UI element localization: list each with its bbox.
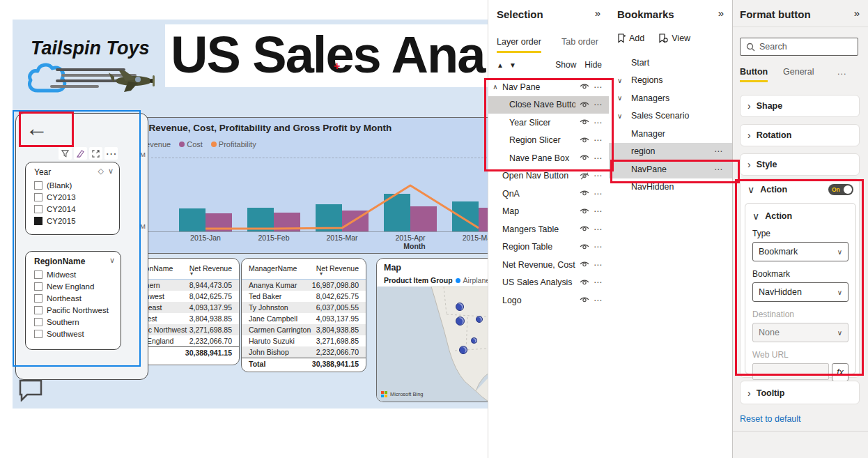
bar-net-revenue[interactable] [452,201,479,231]
selection-layer-item[interactable]: Region Slicer ⋯ [488,132,609,150]
bookmark-item[interactable]: NavHidden ⋯ [609,178,732,197]
more-options-icon[interactable]: ⋯ [594,171,609,181]
map-bubble-marker[interactable] [459,346,467,354]
chevron-expand-icon[interactable]: ∧ [488,83,502,91]
collapse-pane-icon[interactable]: » [854,7,860,19]
chevron-down-icon[interactable]: ∨ [752,211,759,222]
selection-layer-item[interactable]: Open Nav Button ⋯ [488,167,609,185]
table-row[interactable]: Jane Campbell4,093,137.95 [242,313,366,324]
slicer-option[interactable]: New England [26,280,121,292]
checkbox[interactable] [34,270,42,279]
checkbox[interactable] [34,205,42,213]
map-canvas[interactable]: Microsoft Bing [377,287,497,402]
bar-cost[interactable] [274,213,300,231]
move-layer-up-icon[interactable]: ▲ [497,61,504,69]
tabs-more-icon[interactable]: ... [837,67,846,77]
selection-layer-item[interactable]: Mangers Table ⋯ [488,220,609,238]
bookmark-item[interactable]: Manager ⋯ [609,125,732,143]
more-options-icon[interactable]: ⋯ [594,153,609,163]
chevron-down-icon[interactable]: ∨ [109,256,115,265]
slicer-option[interactable]: CY2014 [26,203,119,215]
dropdown-select[interactable]: Bookmark ∨ [752,242,848,261]
more-options-icon[interactable]: ⋯ [594,224,609,234]
slicer-option[interactable]: (Blank) [26,179,119,191]
visibility-eye-icon[interactable] [575,296,594,304]
table-row[interactable]: John Bishop2,232,066.70 [242,346,366,358]
close-nav-button[interactable]: ← [25,114,48,142]
checkbox[interactable] [34,217,42,225]
map-bubble-marker[interactable] [471,337,477,344]
managers-table[interactable]: ManagerName Net Revenue ▾ Ananya Kumar16… [241,258,366,372]
comment-bubble-icon[interactable] [19,379,44,402]
hide-all-button[interactable]: Hide [584,60,602,70]
table-row[interactable]: Ananya Kumar16,987,098.80 [242,280,366,291]
table-row[interactable]: Haruto Suzuki3,271,698.85 [242,335,366,346]
visibility-eye-icon[interactable] [575,154,594,162]
slicer-option[interactable]: Northeast [26,292,121,304]
checkbox[interactable] [34,282,42,291]
more-options-icon[interactable]: ⋯ [594,277,609,287]
more-options-icon[interactable]: ⋯ [594,206,609,216]
table-row[interactable]: Ted Baker8,042,625.75 [242,291,366,302]
managers-table-header[interactable]: ManagerName Net Revenue ▾ [242,259,366,280]
bar-net-revenue[interactable] [384,194,410,231]
visibility-eye-icon[interactable] [575,261,594,268]
map-bubble-marker[interactable] [476,316,483,323]
bar-net-revenue[interactable] [247,208,274,231]
tooltip-section-card[interactable]: › Tooltip [740,381,860,404]
bookmark-item[interactable]: NavPane ⋯ [609,160,732,178]
selection-layer-item[interactable]: Logo ⋯ [488,291,609,310]
more-options-icon[interactable]: ⋯ [594,260,609,270]
tab-button[interactable]: Button [740,67,768,82]
checkbox[interactable] [34,181,42,190]
bookmark-item[interactable]: Start ⋯ [609,54,732,72]
format-section-card[interactable]: › Shape [740,95,860,117]
slicer-option[interactable]: Pacific Northwest [26,304,121,316]
format-search-input[interactable]: Search [740,38,858,56]
format-section-card[interactable]: › Style [740,153,860,176]
year-slicer[interactable]: Year ◇ ∨ (Blank) CY2013 CY2014 C [25,162,120,235]
table-row[interactable]: Carmen Carrington3,804,938.85 [242,324,366,335]
chevron-down-icon[interactable]: ∨ [609,112,631,120]
chevron-down-icon[interactable]: ∨ [108,167,114,176]
visibility-eye-icon[interactable] [575,137,594,144]
bookmark-item[interactable]: ∨ Regions ⋯ [609,72,732,90]
region-slicer[interactable]: RegionName ∨ Midwest New England Northea… [25,251,121,350]
checkbox[interactable] [34,193,42,201]
visibility-eye-icon[interactable] [575,279,594,287]
slicer-option[interactable]: Midwest [26,268,121,280]
sort-descending-icon[interactable]: ▾ [190,270,193,277]
chevron-down-icon[interactable]: ∨ [609,77,631,84]
map-bubble-marker[interactable] [456,316,465,326]
more-options-icon[interactable]: ⋯ [594,82,609,92]
collapse-pane-icon[interactable]: » [718,7,724,19]
map-visual[interactable]: Map Product Item Group Airplane Microsof… [376,258,497,402]
bar-cost[interactable] [342,211,369,231]
revenue-cost-chart[interactable]: Net Revenue, Cost, Profitability and Gro… [147,117,497,254]
more-options-icon[interactable]: ⋯ [594,118,609,128]
slicer-option[interactable]: CY2015 [26,215,119,227]
checkbox[interactable] [34,294,42,303]
reset-to-default-link[interactable]: Reset to default [740,414,801,424]
bar-net-revenue[interactable] [179,208,206,231]
tab-tab-order[interactable]: Tab order [561,37,598,47]
checkbox[interactable] [34,330,42,338]
bar-cost[interactable] [410,206,437,231]
eraser-icon[interactable]: ◇ [98,167,103,176]
sort-descending-icon[interactable]: ▾ [320,270,323,277]
chevron-down-icon[interactable]: ∨ [609,94,631,102]
collapse-pane-icon[interactable]: » [595,7,600,19]
chevron-down-icon[interactable]: ∨ [747,184,754,195]
slicer-option[interactable]: Southwest [26,328,121,339]
selection-layer-item[interactable]: ∧ Nav Pane ⋯ [488,78,609,96]
more-options-icon[interactable]: ⋯ [594,296,609,305]
more-options-icon[interactable]: ⋯ [714,165,732,174]
checkbox[interactable] [34,306,42,314]
format-section-card[interactable]: › Rotation [740,124,860,146]
table-row[interactable]: Ty Johnston6,037,005.55 [242,302,366,313]
tab-layer-order[interactable]: Layer order [497,37,541,53]
dropdown-select[interactable]: NavHidden ∨ [752,282,848,302]
more-options-icon[interactable]: ⋯ [104,147,118,160]
visibility-eye-icon[interactable] [575,225,594,233]
view-bookmarks-button[interactable]: View [658,33,690,43]
